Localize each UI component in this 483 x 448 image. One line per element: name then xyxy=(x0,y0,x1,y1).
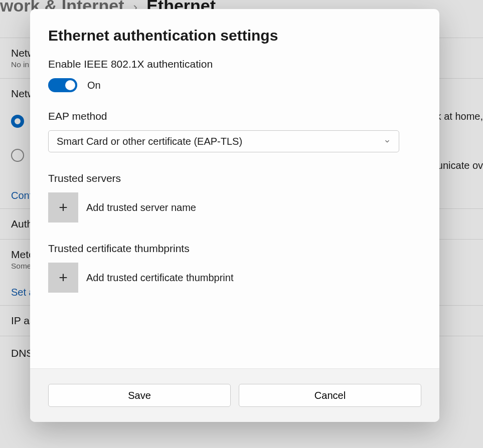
enable-8021x-toggle[interactable] xyxy=(48,78,77,92)
plus-icon: + xyxy=(59,269,68,286)
add-thumbprint-button[interactable]: + xyxy=(48,263,78,293)
eap-method-select[interactable]: Smart Card or other certificate (EAP-TLS… xyxy=(48,130,399,152)
dialog-title: Ethernet authentication settings xyxy=(48,27,421,44)
thumbprints-label: Trusted certificate thumbprints xyxy=(48,243,421,255)
add-trusted-server-label: Add trusted server name xyxy=(86,202,196,213)
eap-method-value: Smart Card or other certificate (EAP-TLS… xyxy=(57,136,242,147)
toggle-knob-icon xyxy=(65,80,75,90)
toggle-state-text: On xyxy=(87,80,101,91)
save-button[interactable]: Save xyxy=(48,384,231,407)
chevron-down-icon xyxy=(384,138,391,145)
ethernet-auth-dialog: Ethernet authentication settings Enable … xyxy=(30,9,439,422)
cancel-button[interactable]: Cancel xyxy=(239,384,421,407)
enable-8021x-label: Enable IEEE 802.1X authentication xyxy=(48,58,421,70)
add-trusted-server-button[interactable]: + xyxy=(48,192,78,222)
plus-icon: + xyxy=(59,199,68,216)
eap-method-label: EAP method xyxy=(48,110,421,122)
trusted-servers-label: Trusted servers xyxy=(48,172,421,184)
dialog-footer: Save Cancel xyxy=(30,368,439,422)
add-thumbprint-label: Add trusted certificate thumbprint xyxy=(86,272,233,284)
